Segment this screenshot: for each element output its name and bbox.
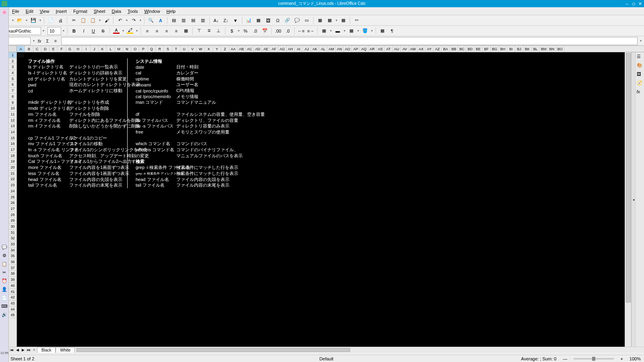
column-header[interactable]: BF (483, 46, 491, 52)
column-header[interactable]: Q (148, 46, 156, 52)
date-button[interactable]: 📅 (260, 27, 269, 35)
percent-button[interactable]: % (241, 27, 250, 35)
conditional-format-button[interactable]: ▦ (378, 27, 387, 35)
strikethrough-button[interactable]: S (99, 27, 107, 35)
row-header[interactable]: 41 (9, 289, 17, 295)
column-header[interactable]: BK (523, 46, 531, 52)
column-header[interactable]: BD (466, 46, 474, 52)
app-launcher-icon[interactable]: 🌸 (1, 8, 8, 16)
number-button[interactable]: .0 (251, 27, 260, 35)
undo-button[interactable]: ↶ (116, 16, 124, 25)
row-header[interactable]: 11 (9, 111, 17, 117)
row-header[interactable]: 20 (9, 165, 17, 171)
align-center-button[interactable]: ≡ (153, 27, 161, 35)
column-header[interactable]: AK (311, 46, 319, 52)
row-header[interactable]: 31 (9, 230, 17, 236)
panel-icon-5[interactable]: ⏰ (1, 277, 8, 284)
border-style-button[interactable]: ▬ (333, 27, 342, 35)
column-header[interactable]: AI (295, 46, 303, 52)
column-header[interactable]: J (91, 46, 99, 52)
row-header[interactable]: 16 (9, 141, 17, 147)
menu-help[interactable]: Help (163, 8, 179, 14)
row-button[interactable]: ▤ (169, 16, 178, 25)
align-justify-button[interactable]: ≡ (172, 27, 181, 35)
format-paintbrush-button[interactable]: 🖌 (102, 16, 111, 25)
copy-button[interactable]: 📋 (79, 16, 88, 25)
row-header[interactable]: 34 (9, 247, 17, 253)
row-header[interactable]: 29 (9, 218, 17, 224)
row-header[interactable]: 10 (9, 105, 17, 111)
menu-edit[interactable]: Edit (23, 8, 37, 14)
column-header[interactable]: R (156, 46, 164, 52)
row-header[interactable]: 32 (9, 235, 17, 241)
align-middle-button[interactable]: ∓ (204, 27, 213, 35)
row-header[interactable]: 5 (9, 76, 17, 82)
font-color-button[interactable]: A (112, 27, 121, 35)
column-header[interactable]: AU (393, 46, 401, 52)
column-header[interactable]: I (82, 46, 90, 52)
borders-button[interactable]: ▦ (320, 27, 328, 35)
column-header[interactable]: G (66, 46, 74, 52)
minimize-button[interactable]: – (625, 1, 630, 6)
chart-button[interactable]: 📊 (244, 16, 253, 25)
menu-data[interactable]: Data (109, 8, 124, 14)
column-header[interactable]: S (164, 46, 172, 52)
column-header[interactable]: A (17, 46, 25, 52)
column-header[interactable]: Y (213, 46, 221, 52)
menu-format[interactable]: Format (70, 8, 91, 14)
row-header[interactable]: 27 (9, 206, 17, 212)
remove-decimal-button[interactable]: .0 (283, 27, 292, 35)
cut-button[interactable]: ✂ (69, 16, 78, 25)
row-header[interactable]: 38 (9, 271, 17, 277)
menu-view[interactable]: View (37, 8, 53, 14)
row-header[interactable]: 33 (9, 241, 17, 247)
column-header[interactable]: AG (279, 46, 287, 52)
maximize-button[interactable]: ◇ (631, 1, 636, 6)
merge-cells-button[interactable]: ▦ (182, 27, 190, 35)
row-header[interactable]: 23 (9, 182, 17, 188)
column-header[interactable]: AB (237, 46, 246, 52)
column-header[interactable]: AL (319, 46, 327, 52)
row-header[interactable]: 2 (9, 58, 17, 64)
row-header[interactable]: 21 (9, 171, 17, 177)
column-header[interactable]: B (25, 46, 33, 52)
freeze-button[interactable]: ▦ (316, 16, 324, 25)
column-header[interactable]: AD (254, 46, 262, 52)
font-size-input[interactable] (47, 27, 61, 35)
border-color-button[interactable]: ▦ (347, 27, 356, 35)
row-header[interactable]: 7 (9, 88, 17, 94)
column-header[interactable]: V (188, 46, 196, 52)
column-header[interactable]: X (205, 46, 213, 52)
panel-icon-1[interactable]: 💬 (1, 243, 8, 251)
row-header[interactable]: 25 (9, 194, 17, 200)
styles-icon[interactable]: 🎨 (637, 63, 643, 69)
column-header[interactable]: AT (384, 46, 392, 52)
functions-icon[interactable]: fx (637, 89, 643, 96)
column-header[interactable]: BA (442, 46, 450, 52)
column-header[interactable]: BL (532, 46, 540, 52)
headers-button[interactable]: ▭ (302, 16, 311, 25)
zoom-label[interactable]: 100% (630, 356, 641, 361)
row-header[interactable]: 12 (9, 117, 17, 123)
column-header[interactable]: W (197, 46, 205, 52)
row-header[interactable]: 15 (9, 135, 17, 141)
column-header[interactable]: L (107, 46, 115, 52)
column-header[interactable]: AZ (433, 46, 442, 52)
select-all-corner[interactable] (9, 46, 17, 52)
menu-sheet[interactable]: Sheet (91, 8, 109, 14)
column-header[interactable]: T (172, 46, 180, 52)
row-header[interactable]: 45 (9, 312, 17, 318)
menu-window[interactable]: Window (141, 8, 163, 14)
undo-dropdown[interactable]: ▾ (125, 19, 128, 22)
row-header[interactable]: 19 (9, 158, 17, 165)
print-area-button[interactable]: ▦ (339, 16, 348, 25)
panel-icon-7[interactable]: 📄 (1, 294, 8, 301)
underline-button[interactable]: U (89, 27, 98, 35)
formula-expand[interactable]: ▾ (639, 39, 642, 43)
panel-icon-8[interactable]: ⌨ (1, 302, 8, 310)
column-header[interactable]: AE (262, 46, 270, 52)
sheet-tab-black[interactable]: Black (37, 347, 56, 353)
column-header[interactable]: C (33, 46, 41, 52)
column-header[interactable]: O (131, 46, 139, 52)
open-dropdown[interactable]: ▾ (25, 19, 28, 22)
